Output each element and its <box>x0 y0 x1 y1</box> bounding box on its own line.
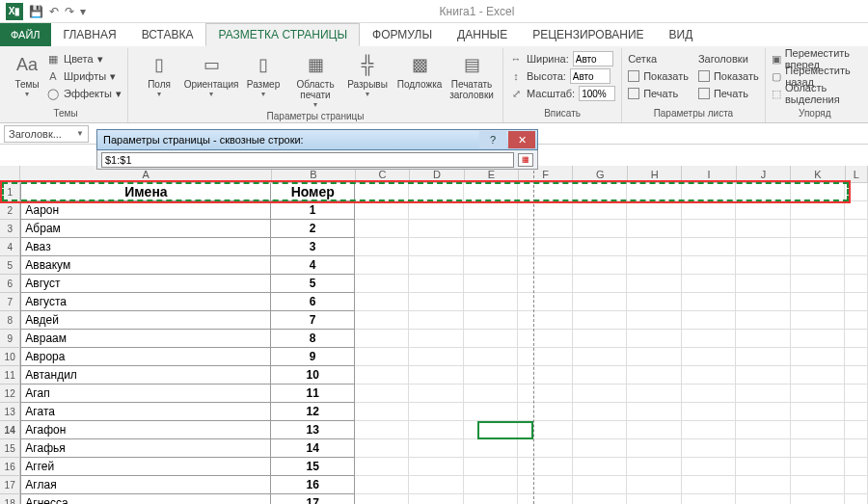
cell-empty[interactable] <box>682 385 737 403</box>
cell-empty[interactable] <box>518 256 573 275</box>
select-all-corner[interactable] <box>0 166 20 183</box>
cell-empty[interactable] <box>682 403 737 421</box>
cell-empty[interactable] <box>627 348 682 366</box>
cell-empty[interactable] <box>845 476 868 494</box>
cell-empty[interactable] <box>409 256 464 275</box>
cell-empty[interactable] <box>464 494 519 504</box>
row-header[interactable]: 16 <box>0 458 20 476</box>
cell-empty[interactable] <box>409 421 464 439</box>
cell-name[interactable]: Агап <box>20 385 271 403</box>
cell-header-a[interactable]: Имена <box>20 183 271 201</box>
height-select[interactable]: ↕Высота: <box>509 67 615 85</box>
cell-empty[interactable] <box>409 275 464 293</box>
tab-file[interactable]: ФАЙЛ <box>0 23 51 46</box>
cell-empty[interactable] <box>409 458 464 476</box>
cell-empty[interactable] <box>682 348 737 366</box>
cell-empty[interactable] <box>573 366 628 385</box>
cell-empty[interactable] <box>736 293 791 311</box>
cell-empty[interactable] <box>682 183 737 201</box>
cell-header-b[interactable]: Номер <box>271 183 355 201</box>
cell-empty[interactable] <box>464 439 519 458</box>
name-box[interactable]: Заголовк... ▼ <box>4 125 89 143</box>
cell-empty[interactable] <box>845 275 868 293</box>
cell-empty[interactable] <box>355 476 410 494</box>
cell-empty[interactable] <box>791 275 846 293</box>
cell-empty[interactable] <box>518 348 573 366</box>
cell-empty[interactable] <box>409 439 464 458</box>
cell-empty[interactable] <box>573 421 628 439</box>
cell-empty[interactable] <box>736 348 791 366</box>
cell-empty[interactable] <box>845 293 868 311</box>
cell-name[interactable]: Абрам <box>20 220 271 238</box>
headings-show[interactable]: Показать <box>698 67 759 85</box>
cell-number[interactable]: 10 <box>271 366 355 385</box>
cell-empty[interactable] <box>682 220 737 238</box>
cell-empty[interactable] <box>845 183 868 201</box>
cell-name[interactable]: Аввакум <box>20 256 271 275</box>
cell-empty[interactable] <box>627 256 682 275</box>
cell-empty[interactable] <box>682 494 737 504</box>
cell-name[interactable]: Авраам <box>20 330 271 348</box>
cell-empty[interactable] <box>355 385 410 403</box>
height-input[interactable] <box>570 68 610 84</box>
cell-number[interactable]: 17 <box>271 494 355 504</box>
cell-number[interactable]: 5 <box>271 275 355 293</box>
cell-empty[interactable] <box>355 439 410 458</box>
cell-empty[interactable] <box>409 403 464 421</box>
cell-empty[interactable] <box>736 494 791 504</box>
cell-empty[interactable] <box>355 494 410 504</box>
cell-empty[interactable] <box>518 311 573 330</box>
cell-empty[interactable] <box>409 366 464 385</box>
cell-empty[interactable] <box>518 403 573 421</box>
cell-number[interactable]: 6 <box>271 293 355 311</box>
cell-empty[interactable] <box>627 238 682 256</box>
cell-empty[interactable] <box>736 275 791 293</box>
undo-icon[interactable]: ↶ <box>49 5 59 18</box>
cell-empty[interactable] <box>736 439 791 458</box>
cell-empty[interactable] <box>355 330 410 348</box>
row-header[interactable]: 13 <box>0 403 20 421</box>
cell-empty[interactable] <box>845 256 868 275</box>
cell-number[interactable]: 14 <box>271 439 355 458</box>
cell-empty[interactable] <box>409 348 464 366</box>
dialog-close-button[interactable]: ✕ <box>508 131 535 148</box>
cell-empty[interactable] <box>682 330 737 348</box>
cell-name[interactable]: Агафон <box>20 421 271 439</box>
cell-empty[interactable] <box>791 348 846 366</box>
cell-empty[interactable] <box>573 183 628 201</box>
row-header[interactable]: 1 <box>0 183 20 201</box>
cell-empty[interactable] <box>518 439 573 458</box>
cell-empty[interactable] <box>355 348 410 366</box>
cell-empty[interactable] <box>791 366 846 385</box>
size-button[interactable]: ▯Размер▾ <box>238 50 288 110</box>
cell-empty[interactable] <box>627 476 682 494</box>
cell-empty[interactable] <box>573 458 628 476</box>
cell-empty[interactable] <box>409 220 464 238</box>
tab-review[interactable]: РЕЦЕНЗИРОВАНИЕ <box>520 23 656 46</box>
gridlines-print[interactable]: Печать <box>628 85 689 102</box>
cell-empty[interactable] <box>409 476 464 494</box>
background-button[interactable]: ▩Подложка <box>394 50 445 110</box>
cell-empty[interactable] <box>845 421 868 439</box>
cell-number[interactable]: 13 <box>271 421 355 439</box>
col-header-H[interactable]: H <box>628 166 682 183</box>
cell-empty[interactable] <box>791 439 846 458</box>
cell-empty[interactable] <box>682 476 737 494</box>
fonts-button[interactable]: AШрифты ▾ <box>46 67 122 85</box>
cell-empty[interactable] <box>464 330 519 348</box>
tab-view[interactable]: ВИД <box>657 23 706 46</box>
cell-empty[interactable] <box>845 403 868 421</box>
cell-name[interactable]: Аваз <box>20 238 271 256</box>
cell-empty[interactable] <box>845 220 868 238</box>
effects-button[interactable]: ◯Эффекты ▾ <box>46 85 122 102</box>
cell-empty[interactable] <box>627 421 682 439</box>
cell-number[interactable]: 4 <box>271 256 355 275</box>
cell-empty[interactable] <box>409 311 464 330</box>
cell-empty[interactable] <box>627 201 682 220</box>
scale-input[interactable] <box>579 86 615 101</box>
dialog-title-bar[interactable]: Параметры страницы - сквозные строки: ? … <box>96 129 538 150</box>
cell-empty[interactable] <box>518 220 573 238</box>
cell-name[interactable]: Август <box>20 275 271 293</box>
cell-empty[interactable] <box>845 330 868 348</box>
cell-empty[interactable] <box>627 311 682 330</box>
